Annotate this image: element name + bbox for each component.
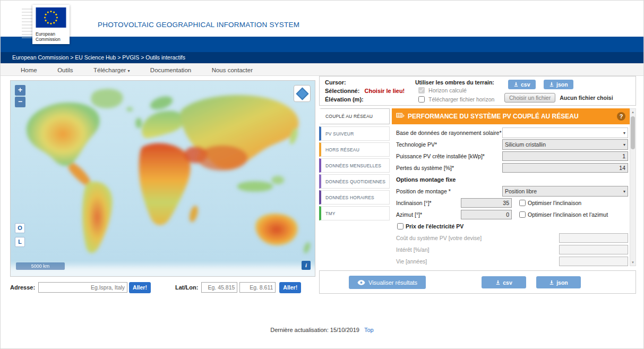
peak-power-label: Puissance PV crête installée [kWp]*	[396, 153, 485, 159]
horizon-csv-button[interactable]: csv	[508, 80, 536, 89]
tab-hourly-data[interactable]: DONNÉES HORAIRES	[319, 190, 390, 205]
grid-connected-form: PERFORMANCE DU SYSTÈME PV COUPLÉ AU RÉSE…	[392, 108, 630, 267]
nav-item-home[interactable]: Home	[21, 64, 37, 76]
tab-tmy[interactable]: TMY	[319, 206, 390, 220]
zoom-out-button[interactable]: −	[15, 97, 25, 107]
cursor-status-panel: Cursor: Sélectionné: Choisir le lieu! Él…	[319, 76, 636, 106]
lat-input[interactable]	[201, 282, 237, 293]
header-band	[1, 37, 643, 52]
lifetime-label: Vie [années]	[396, 258, 427, 265]
tab-monthly-data[interactable]: DONNÉES MENSUELLES	[319, 158, 390, 173]
mounting-position-label: Position de montage *	[396, 188, 451, 194]
form-title: PERFORMANCE DU SYSTÈME PV COUPLÉ AU RÉSE…	[408, 113, 617, 120]
slope-label: Inclinaison [°]*	[396, 200, 432, 206]
pv-technology-select[interactable]: Silicium cristallin ▾	[502, 139, 628, 150]
cursor-label: Cursor:	[325, 79, 346, 86]
lifetime-input	[559, 257, 628, 266]
page-title: PHOTOVOLTAIC GEOGRAPHICAL INFORMATION SY…	[98, 21, 299, 29]
latlon-go-button[interactable]: Aller!	[279, 282, 301, 293]
file-status-text: Aucun fichier choisi	[560, 95, 613, 101]
help-icon[interactable]: ?	[617, 112, 625, 121]
tab-daily-data[interactable]: DONNÉES QUOTIDIENNES	[319, 174, 390, 189]
nav-item-documentation[interactable]: Documentation	[150, 64, 191, 76]
eye-icon	[357, 280, 365, 285]
map-info-button[interactable]: i	[302, 261, 311, 270]
pv-price-checkbox[interactable]	[397, 223, 403, 229]
visualize-results-button[interactable]: Visualiser résultats	[349, 276, 426, 289]
peak-power-input[interactable]	[502, 151, 628, 161]
azimuth-label: Azimut [°]*	[396, 211, 422, 218]
chevron-down-icon: ▾	[127, 69, 130, 73]
tab-off-grid[interactable]: HORS RÉSEAU	[319, 142, 390, 157]
tool-tabs: COUPLÉ AU RÉSEAU PV SUIVEUR HORS RÉSEAU …	[319, 108, 390, 222]
breadcrumb[interactable]: European Commission > EU Science Hub > P…	[1, 52, 643, 63]
irradiance-map-image	[11, 81, 315, 276]
locate-bar: Adresse: Aller! Lat/Lon: Aller!	[10, 280, 315, 294]
optimize-both-label: Optimiser l'inclinaison et l'azimut	[528, 211, 608, 218]
overlay-button-o[interactable]: O	[15, 223, 25, 233]
optimize-slope-label: Optimiser l'inclinaison	[528, 200, 581, 206]
optimize-slope-checkbox[interactable]	[519, 200, 526, 206]
form-header: PERFORMANCE DU SYSTÈME PV COUPLÉ AU RÉSE…	[392, 108, 630, 124]
ec-logo-text: European Commission	[36, 30, 66, 42]
choose-file-button[interactable]: Choisir un fichier	[504, 93, 555, 103]
overlay-button-l[interactable]: L	[15, 237, 25, 247]
last-update-text: Dernière actualisation: 15/10/2019	[270, 327, 359, 333]
chevron-down-icon: ▾	[623, 189, 625, 194]
eu-flag-icon	[36, 7, 66, 28]
upload-horizon-checkbox[interactable]	[418, 96, 425, 103]
address-input[interactable]	[38, 282, 127, 293]
lon-input[interactable]	[239, 282, 276, 293]
pv-price-label: Prix de l'électricité PV	[406, 223, 463, 229]
selected-label: Sélectionné:	[325, 88, 359, 94]
ec-logo[interactable]: European Commission	[22, 5, 91, 50]
mounting-position-select[interactable]: Position libre ▾	[502, 186, 628, 197]
main-nav: Home Outils Télécharger▾ Documentation N…	[1, 63, 643, 76]
interest-label: Intérêt [%/an]	[396, 246, 429, 253]
address-go-button[interactable]: Aller!	[129, 282, 151, 293]
fixed-mount-section-title: Options montage fixe	[396, 176, 456, 183]
download-icon	[495, 280, 501, 285]
tab-grid-connected[interactable]: COUPLÉ AU RÉSEAU	[319, 108, 390, 124]
world-map[interactable]: + − O L 5000 km i	[10, 80, 315, 277]
tool-panel: COUPLÉ AU RÉSEAU PV SUIVEUR HORS RÉSEAU …	[319, 108, 636, 266]
tab-tracking-pv[interactable]: PV SUIVEUR	[319, 126, 390, 141]
footer: Dernière actualisation: 15/10/2019 Top	[1, 327, 643, 333]
map-scale-bar: 5000 km	[16, 262, 65, 270]
nav-item-telecharger[interactable]: Télécharger▾	[93, 64, 130, 77]
results-csv-button[interactable]: csv	[482, 276, 526, 288]
scroll-down-icon[interactable]: ▼	[630, 259, 636, 266]
results-json-button[interactable]: json	[536, 276, 581, 288]
horizon-calculated-label: Horizon calculé	[428, 87, 467, 93]
download-icon	[549, 280, 554, 285]
nav-item-contact[interactable]: Nous contacter	[212, 64, 253, 76]
panel-scrollbar[interactable]: ▲ ▼	[630, 108, 636, 266]
header: European Commission PHOTOVOLTAIC GEOGRAP…	[1, 1, 643, 37]
chevron-down-icon: ▾	[623, 142, 625, 147]
slope-input[interactable]	[461, 198, 512, 208]
layers-icon	[296, 87, 308, 100]
system-loss-input[interactable]	[502, 163, 628, 173]
elevation-label: Élévation (m):	[325, 96, 364, 103]
system-cost-label: Coût du système PV [votre devise]	[396, 235, 482, 241]
top-link[interactable]: Top	[364, 327, 374, 333]
scrollbar-thumb[interactable]	[631, 116, 635, 149]
optimize-both-checkbox[interactable]	[519, 211, 526, 218]
system-cost-input	[559, 233, 628, 243]
upload-horizon-label: Télécharger fichier horizon	[428, 96, 494, 103]
scroll-up-icon[interactable]: ▲	[630, 109, 636, 115]
terrain-shadows-label: Utiliser les ombres du terrain:	[415, 79, 494, 86]
horizon-calculated-checkbox[interactable]	[418, 87, 425, 93]
selected-value[interactable]: Choisir le lieu!	[364, 88, 405, 94]
address-label: Adresse:	[10, 284, 35, 291]
nav-item-telecharger-label: Télécharger	[93, 67, 126, 73]
layer-switcher-button[interactable]	[294, 85, 311, 102]
azimuth-input[interactable]	[461, 210, 512, 219]
horizon-json-button[interactable]: json	[544, 80, 573, 89]
nav-item-outils[interactable]: Outils	[57, 64, 73, 76]
pv-technology-label: Technologie PV*	[396, 141, 437, 148]
pv-grid-icon	[396, 113, 405, 120]
download-icon	[549, 82, 554, 87]
zoom-in-button[interactable]: +	[15, 85, 25, 96]
radiation-db-select[interactable]: ▾	[502, 127, 628, 138]
